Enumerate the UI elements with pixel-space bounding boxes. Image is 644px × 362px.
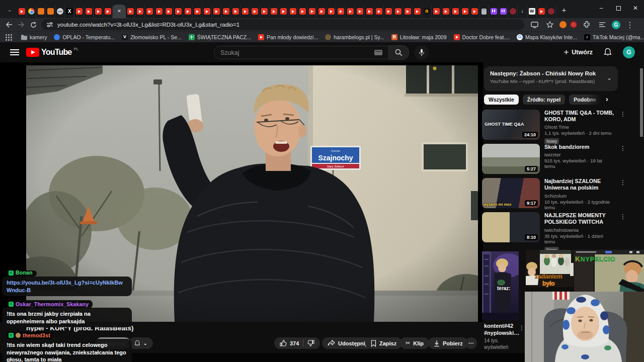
reload-icon[interactable] (27, 20, 39, 30)
bookmark-item[interactable]: kamery (21, 34, 47, 40)
chip-all[interactable]: Wszystkie (484, 95, 519, 105)
close-button[interactable]: ✕ (627, 0, 644, 16)
browser-menu-icon[interactable]: ⋮ (624, 20, 636, 30)
tab-yt[interactable] (126, 5, 135, 18)
video-menu-icon[interactable]: ⋮ (620, 179, 626, 186)
bookmark-star-icon[interactable] (544, 20, 556, 30)
youtube-logo[interactable]: YouTube PL (26, 48, 78, 57)
notifications-bell-icon[interactable] (604, 48, 612, 57)
search-button[interactable] (389, 45, 409, 60)
recommended-video-item[interactable]: 8:10NAJLEPSZE MOMENTY POLSKIEGO TWITCHA … (481, 210, 627, 244)
tab-yt[interactable] (432, 5, 441, 18)
thumbs-down-icon[interactable] (307, 340, 314, 346)
video-title[interactable]: Najbardziej SZALONE Uniwersa na polskim … (544, 178, 614, 192)
bookmark-item[interactable]: Doctor Dobre feat.... (454, 34, 510, 40)
video-channel[interactable]: Schizolum (544, 193, 614, 199)
video-thumbnail[interactable]: 5:27 (482, 144, 540, 174)
video-channel[interactable]: Ghost Time (544, 124, 614, 130)
tab-yt[interactable] (336, 5, 346, 18)
search-input[interactable]: Szukaj (214, 46, 389, 59)
send-to-device-icon[interactable] (528, 20, 540, 30)
tab-yt[interactable] (393, 5, 403, 18)
bookmark-item[interactable]: Mapa Klasyków Inte... (517, 34, 577, 40)
tab-yt[interactable] (74, 5, 84, 18)
chevron-down-icon[interactable]: ⌄ (607, 74, 612, 81)
page-scrollbar[interactable] (640, 68, 643, 137)
shorts-item-menu-icon[interactable]: ⋮ (519, 324, 525, 331)
tab-yt[interactable] (298, 5, 307, 18)
video-title[interactable]: NAJLEPSZE MOMENTY POLSKIEGO TWITCHA #425 (544, 212, 614, 226)
bookmark-item[interactable]: Litosław: maja 2009 (391, 34, 447, 40)
create-button[interactable]: + Utwórz (564, 47, 593, 57)
tab-yt[interactable] (250, 5, 260, 18)
voice-search-button[interactable] (414, 45, 429, 60)
tab-yt[interactable] (17, 5, 27, 18)
site-info-icon[interactable] (46, 21, 53, 28)
tab-yt[interactable] (460, 5, 470, 18)
guide-menu-icon[interactable] (10, 49, 19, 55)
tab-yt[interactable] (279, 5, 288, 18)
video-title[interactable]: Skok bandziorem (544, 144, 614, 150)
tab-yt[interactable] (94, 5, 103, 18)
tab-yt[interactable] (346, 5, 355, 18)
download-button[interactable]: Pobierz (428, 337, 468, 349)
tab-yt[interactable] (135, 5, 145, 18)
video-thumbnail[interactable]: wyzarło mi móz9:17 (482, 178, 540, 208)
tab-wiki[interactable] (527, 5, 537, 18)
extension-icon-orange[interactable] (559, 21, 567, 28)
active-tab[interactable] (113, 5, 126, 18)
tab-x[interactable] (65, 5, 74, 18)
tab-yt[interactable] (269, 5, 279, 18)
video-title[interactable]: GHOST TIME Q&A - TOMB, KORO, ADM (544, 110, 614, 123)
tab-yt[interactable] (183, 5, 193, 18)
tab-yt[interactable] (317, 5, 327, 18)
extension-icon-adblock[interactable] (570, 21, 577, 28)
tab-yt[interactable] (307, 5, 317, 18)
tab-orange[interactable] (46, 5, 55, 18)
youtube-profile-avatar[interactable]: G (623, 46, 635, 58)
tab-yt[interactable] (231, 5, 240, 18)
tab-yt[interactable] (288, 5, 298, 18)
save-button[interactable]: Zapisz (365, 337, 402, 349)
subscribed-bell-button[interactable]: ⌄ (129, 337, 153, 349)
tab-twitch[interactable] (499, 5, 508, 18)
apps-grid-icon[interactable] (5, 34, 12, 41)
thumbs-up-icon[interactable] (280, 340, 287, 346)
clip-button[interactable]: ✂ Klip (400, 337, 429, 349)
video-menu-icon[interactable]: ⋮ (620, 111, 626, 118)
bookmark-item[interactable]: TikTok Maciej (@ma... (584, 34, 644, 40)
tab-yt[interactable] (403, 5, 413, 18)
tab-darkred[interactable] (546, 5, 556, 18)
more-actions-button[interactable]: ⋯ (465, 337, 477, 349)
tab-yt[interactable] (365, 5, 374, 18)
tab-yt[interactable] (145, 5, 154, 18)
video-menu-icon[interactable]: ⋮ (620, 213, 626, 220)
tab-yt[interactable] (413, 5, 422, 18)
tab-yt[interactable] (537, 5, 546, 18)
chip-source[interactable]: Źródło: nypel (523, 95, 566, 105)
tab-yt[interactable] (212, 5, 221, 18)
tab-orange[interactable] (36, 5, 46, 18)
tab-yt[interactable] (260, 5, 269, 18)
video-channel[interactable]: twitchshotownia (544, 227, 614, 233)
tab-yt[interactable] (451, 5, 460, 18)
chat-message-link[interactable]: https://youtu.be/3t-olU3x_Lg?si=cUyNkIkB… (2, 277, 132, 296)
bookmark-item[interactable]: ŚWIĄTECZNA PACZ... (189, 34, 251, 40)
forward-icon[interactable] (15, 20, 27, 30)
tab-yt[interactable] (174, 5, 183, 18)
tab-yt[interactable] (355, 5, 365, 18)
tab-yt[interactable] (441, 5, 451, 18)
tab-yt[interactable] (193, 5, 202, 18)
recommended-video-item[interactable]: 5:27Skok bandzioremtwizzter915 tys. wyśw… (481, 142, 627, 176)
chips-next-arrow[interactable]: › (606, 95, 608, 103)
new-tab-button[interactable]: + (558, 4, 570, 16)
tab-yt[interactable] (154, 5, 164, 18)
bookmark-item[interactable]: Pan młody dowiedzi... (258, 34, 318, 40)
video-menu-icon[interactable]: ⋮ (620, 145, 626, 152)
address-bar[interactable]: youtube.com/watch?v=3t-olU3x_Lg&list=RD3… (41, 19, 524, 30)
tab-yt[interactable] (84, 5, 94, 18)
tab-globe[interactable] (55, 5, 65, 18)
tab-yt[interactable] (164, 5, 174, 18)
tab-yt[interactable] (374, 5, 384, 18)
tab-darkred[interactable] (508, 5, 518, 18)
